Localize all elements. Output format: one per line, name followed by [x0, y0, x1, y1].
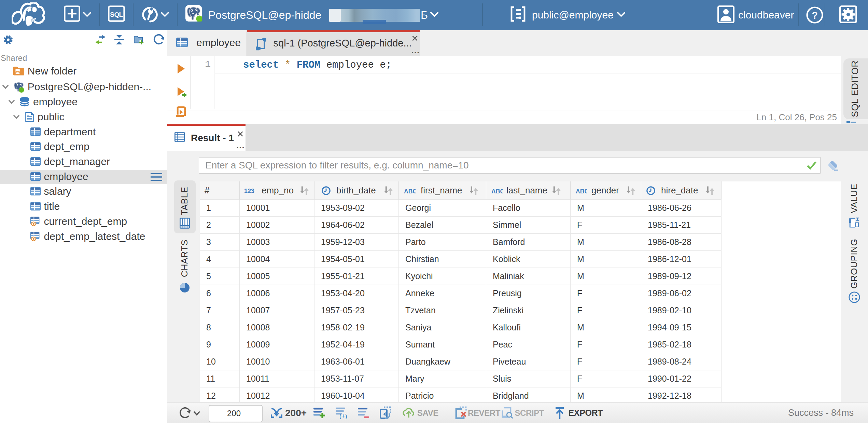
- svg-text:SQL: SQL: [110, 11, 123, 18]
- svg-text:ABC: ABC: [576, 188, 587, 194]
- svg-text:ABC: ABC: [404, 188, 416, 194]
- svg-text:(+): (+): [339, 413, 347, 419]
- svg-text:ABC: ABC: [491, 188, 503, 194]
- svg-text:123: 123: [244, 188, 254, 194]
- svg-text:?: ?: [812, 10, 818, 21]
